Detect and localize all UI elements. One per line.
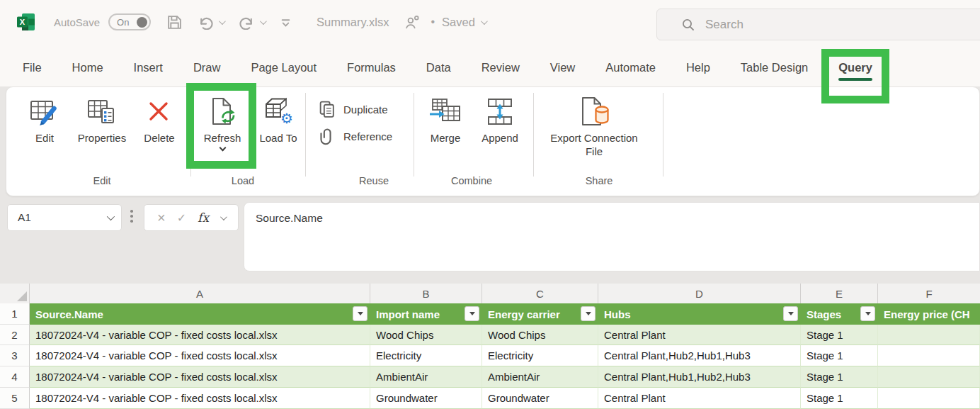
column-header-d[interactable]: D — [598, 284, 801, 303]
cell-a5[interactable]: 18072024-V4 - variable COP - fixed costs… — [30, 388, 370, 409]
group-label-combine: Combine — [418, 175, 525, 186]
save-icon[interactable] — [166, 14, 183, 30]
filter-button[interactable] — [353, 306, 368, 321]
enter-icon[interactable]: ✓ — [177, 211, 186, 225]
tab-draw[interactable]: Draw — [193, 61, 221, 81]
merge-button[interactable]: Merge — [417, 94, 474, 145]
select-all-button[interactable] — [0, 284, 30, 303]
filter-button[interactable] — [860, 306, 875, 321]
tab-insert[interactable]: Insert — [134, 61, 163, 81]
cell-c3[interactable]: Electricity — [482, 345, 598, 366]
cell-f5[interactable] — [878, 388, 980, 409]
column-header-a[interactable]: A — [30, 284, 370, 303]
formula-bar[interactable]: Source.Name — [244, 202, 980, 271]
tab-automate[interactable]: Automate — [605, 61, 656, 81]
cell-a3[interactable]: 18072024-V4 - variable COP - fixed costs… — [30, 345, 370, 366]
column-header-b[interactable]: B — [370, 284, 482, 303]
saved-status[interactable]: Saved — [442, 16, 475, 29]
column-headers: A B C D E F — [0, 284, 980, 303]
cell-b5[interactable]: Groundwater — [370, 388, 482, 409]
table-header-cell[interactable]: Energy carrier — [482, 303, 598, 325]
row-header-3[interactable]: 3 — [0, 345, 30, 366]
column-header-e[interactable]: E — [801, 284, 878, 303]
ribbon-options-icon[interactable] — [280, 17, 291, 28]
group-divider — [533, 93, 534, 177]
undo-button[interactable] — [198, 15, 224, 30]
column-header-c[interactable]: C — [482, 284, 598, 303]
people-icon[interactable] — [404, 14, 421, 30]
edit-button[interactable]: Edit — [19, 94, 70, 145]
search-box[interactable] — [656, 9, 980, 40]
column-header-f[interactable]: F — [878, 284, 980, 303]
cell-b2[interactable]: Wood Chips — [370, 325, 482, 345]
tab-file[interactable]: File — [23, 61, 42, 81]
autosave-toggle[interactable]: On — [108, 13, 151, 30]
row-header-4[interactable]: 4 — [0, 366, 30, 388]
tab-query[interactable]: Query — [838, 61, 872, 81]
cell-d5[interactable]: Central Plant — [598, 388, 801, 409]
row-header-5[interactable]: 5 — [0, 388, 30, 409]
cell-d3[interactable]: Central Plant,Hub2,Hub1,Hub3 — [598, 345, 801, 366]
filter-button[interactable] — [581, 306, 596, 321]
duplicate-button[interactable]: Duplicate — [318, 100, 388, 119]
cell-b4[interactable]: AmbientAir — [370, 366, 482, 388]
group-label-share: Share — [546, 175, 652, 186]
saved-chevron-icon[interactable] — [481, 18, 488, 25]
tab-data[interactable]: Data — [426, 61, 451, 81]
cell-f4[interactable] — [878, 366, 980, 388]
worksheet: A B C D E F 1 Source.Name Import name En… — [0, 280, 980, 409]
cell-f2[interactable] — [878, 325, 980, 345]
table-header-cell[interactable]: Source.Name — [30, 303, 370, 325]
group-label-load: Load — [190, 175, 296, 186]
cell-a4[interactable]: 18072024-V4 - variable COP - fixed costs… — [30, 366, 370, 388]
filter-arrow-icon — [788, 312, 794, 315]
append-button[interactable]: Append — [470, 94, 530, 145]
refresh-dropdown-chevron-icon[interactable] — [219, 145, 226, 152]
cell-e2[interactable]: Stage 1 — [801, 325, 878, 345]
redo-chevron-icon[interactable] — [260, 18, 267, 25]
name-box-chevron-icon[interactable] — [107, 213, 115, 220]
cell-b3[interactable]: Electricity — [370, 345, 482, 366]
load-to-button[interactable]: ⚙ Load To — [258, 94, 298, 145]
tab-page-layout[interactable]: Page Layout — [251, 61, 317, 81]
tab-review[interactable]: Review — [482, 61, 520, 81]
tab-view[interactable]: View — [550, 61, 575, 81]
cell-c2[interactable]: Wood Chips — [482, 325, 598, 345]
cell-e5[interactable]: Stage 1 — [801, 388, 878, 409]
undo-chevron-icon[interactable] — [219, 18, 226, 25]
filter-button[interactable] — [465, 306, 479, 321]
properties-button[interactable]: Properties — [72, 94, 132, 145]
tab-formulas[interactable]: Formulas — [347, 61, 396, 81]
filter-button[interactable] — [783, 306, 798, 321]
cell-d4[interactable]: Central Plant,Hub1,Hub2,Hub3 — [598, 366, 801, 388]
redo-button[interactable] — [239, 15, 265, 30]
cell-f3[interactable] — [878, 345, 980, 366]
refresh-button[interactable]: Refresh — [195, 94, 249, 150]
row-header-1[interactable]: 1 — [0, 303, 30, 325]
cell-c4[interactable]: AmbientAir — [482, 366, 598, 388]
cancel-icon[interactable]: × — [157, 211, 166, 225]
cell-d2[interactable]: Central Plant — [598, 325, 801, 345]
fx-chevron-icon[interactable] — [220, 213, 227, 220]
table-header-cell[interactable]: Energy price (CH — [878, 303, 980, 325]
delete-x-icon — [144, 94, 175, 130]
cell-e3[interactable]: Stage 1 — [801, 345, 878, 366]
export-connection-file-button[interactable]: Export Connection File — [546, 94, 642, 158]
tab-help[interactable]: Help — [686, 61, 710, 81]
search-input[interactable] — [705, 18, 918, 32]
cell-c5[interactable]: Groundwater — [482, 388, 598, 409]
table-header-cell[interactable]: Hubs — [598, 303, 801, 325]
tab-home[interactable]: Home — [72, 61, 103, 81]
document-title[interactable]: Summary.xlsx — [317, 16, 389, 29]
insert-function-icon[interactable]: fx — [198, 211, 209, 225]
cell-a2[interactable]: 18072024-V4 - variable COP - fixed costs… — [30, 325, 370, 345]
table-header-cell[interactable]: Stages — [801, 303, 878, 325]
name-box[interactable]: A1 — [7, 204, 122, 231]
cell-e4[interactable]: Stage 1 — [801, 366, 878, 388]
reference-button[interactable]: Reference — [318, 127, 392, 146]
load-to-icon: ⚙ — [262, 94, 295, 130]
tab-table-design[interactable]: Table Design — [741, 61, 808, 81]
table-header-cell[interactable]: Import name — [370, 303, 482, 325]
row-header-2[interactable]: 2 — [0, 325, 30, 345]
delete-button[interactable]: Delete — [134, 94, 185, 145]
